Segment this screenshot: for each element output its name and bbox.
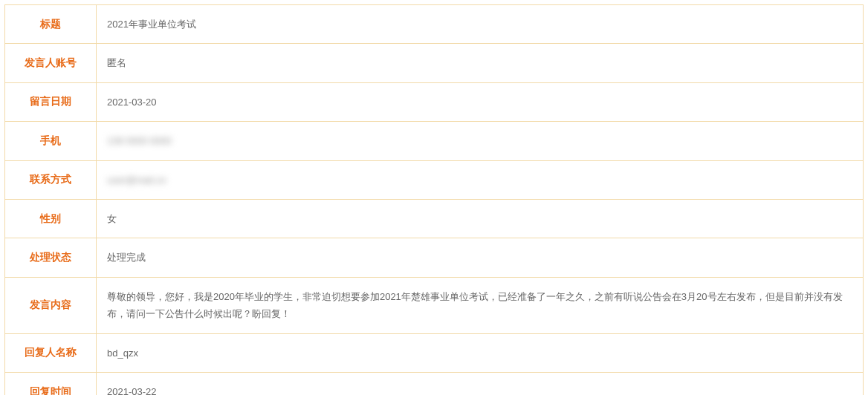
- value-reply-time: 2021-03-22: [97, 373, 864, 395]
- info-table: 标题 2021年事业单位考试 发言人账号 匿名 留言日期 2021-03-20 …: [4, 4, 864, 395]
- label-account: 发言人账号: [4, 44, 97, 82]
- row-content: 发言内容 尊敬的领导，您好，我是2020年毕业的学生，非常迫切想要参加2021年…: [4, 277, 864, 333]
- row-reply-time: 回复时间 2021-03-22: [4, 372, 864, 395]
- value-reply-name: bd_qzx: [97, 334, 864, 372]
- row-reply-name: 回复人名称 bd_qzx: [4, 333, 864, 372]
- value-status: 处理完成: [97, 238, 864, 276]
- label-title: 标题: [4, 5, 97, 43]
- label-content: 发言内容: [4, 278, 97, 333]
- label-gender: 性别: [4, 200, 97, 238]
- label-reply-time: 回复时间: [4, 373, 97, 395]
- phone-blurred: 138 0000 0000: [107, 132, 172, 149]
- value-title: 2021年事业单位考试: [97, 5, 864, 43]
- row-phone: 手机 138 0000 0000: [4, 121, 864, 160]
- label-status: 处理状态: [4, 238, 97, 276]
- row-status: 处理状态 处理完成: [4, 238, 864, 276]
- contact-blurred: user@mail.cn: [107, 172, 166, 189]
- row-contact: 联系方式 user@mail.cn: [4, 160, 864, 199]
- value-content: 尊敬的领导，您好，我是2020年毕业的学生，非常迫切想要参加2021年楚雄事业单…: [97, 278, 864, 333]
- label-phone: 手机: [4, 122, 97, 160]
- value-account: 匿名: [97, 44, 864, 82]
- row-message-date: 留言日期 2021-03-20: [4, 82, 864, 121]
- row-title: 标题 2021年事业单位考试: [4, 4, 864, 43]
- value-message-date: 2021-03-20: [97, 83, 864, 121]
- label-message-date: 留言日期: [4, 83, 97, 121]
- value-gender: 女: [97, 200, 864, 238]
- label-contact: 联系方式: [4, 161, 97, 199]
- value-phone: 138 0000 0000: [97, 122, 864, 160]
- row-gender: 性别 女: [4, 199, 864, 238]
- label-reply-name: 回复人名称: [4, 334, 97, 372]
- row-account: 发言人账号 匿名: [4, 43, 864, 82]
- value-contact: user@mail.cn: [97, 161, 864, 199]
